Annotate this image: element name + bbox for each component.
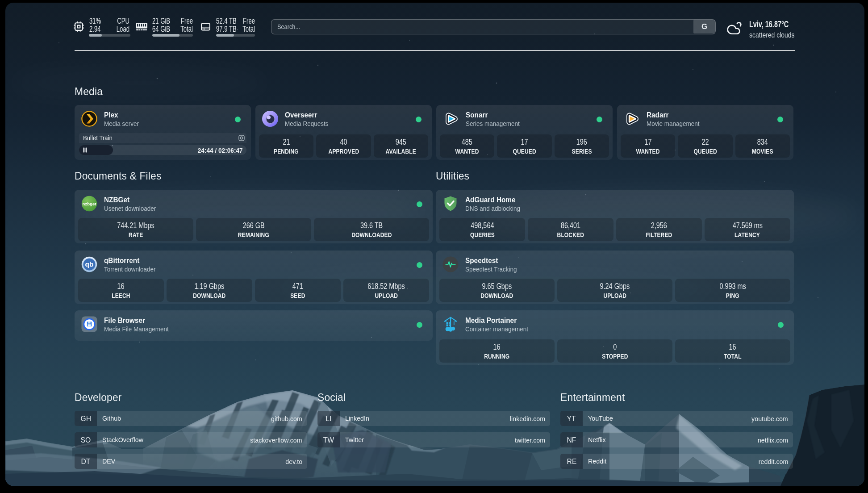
svg-text:nzbget: nzbget [83,201,97,206]
svg-text:qb: qb [85,260,94,268]
